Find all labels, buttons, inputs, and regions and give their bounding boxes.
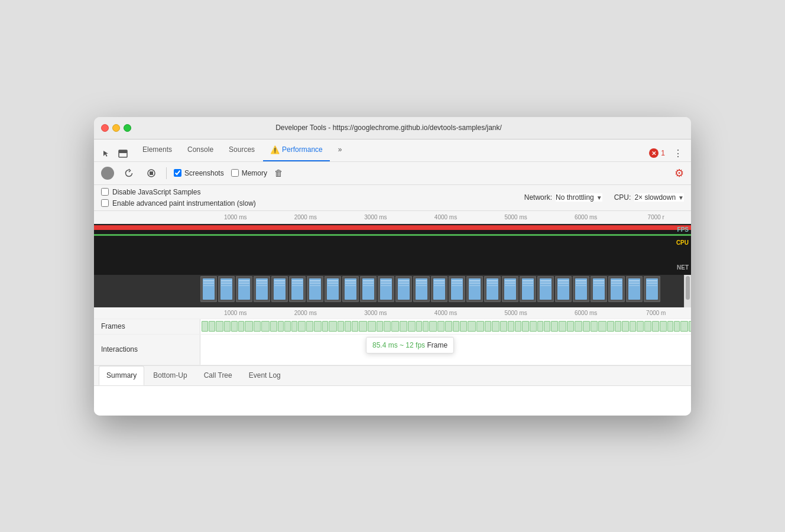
frame-block[interactable] bbox=[508, 321, 514, 332]
frame-block[interactable] bbox=[384, 321, 391, 332]
frame-block[interactable] bbox=[598, 321, 606, 332]
frame-block[interactable] bbox=[445, 321, 452, 332]
memory-checkbox-label[interactable]: Memory bbox=[231, 169, 267, 177]
frame-block[interactable] bbox=[278, 321, 284, 332]
frame-block[interactable] bbox=[423, 321, 429, 332]
frame-block[interactable] bbox=[209, 321, 215, 332]
frame-block[interactable] bbox=[329, 321, 337, 332]
frame-block[interactable] bbox=[231, 321, 238, 332]
frame-block[interactable] bbox=[400, 321, 407, 332]
cpu-select[interactable]: 2× slowdown ▼ bbox=[634, 193, 684, 202]
frame-block[interactable] bbox=[680, 321, 687, 332]
screenshot-thumb[interactable] bbox=[218, 276, 235, 302]
frame-block[interactable] bbox=[583, 321, 589, 332]
tab-more[interactable]: » bbox=[331, 140, 349, 161]
frame-block[interactable] bbox=[416, 321, 422, 332]
frame-block[interactable] bbox=[429, 321, 437, 332]
screenshot-thumb[interactable] bbox=[608, 276, 625, 302]
frame-block[interactable] bbox=[591, 321, 598, 332]
screenshot-thumb[interactable] bbox=[520, 276, 536, 302]
frame-block[interactable] bbox=[460, 321, 467, 332]
frame-block[interactable] bbox=[530, 321, 536, 332]
screenshots-checkbox[interactable] bbox=[174, 169, 181, 177]
screenshot-thumb[interactable] bbox=[342, 276, 359, 302]
frame-block[interactable] bbox=[306, 321, 313, 332]
screenshot-thumb[interactable] bbox=[466, 276, 483, 302]
pointer-icon[interactable] bbox=[99, 146, 114, 161]
frame-block[interactable] bbox=[637, 321, 644, 332]
frame-block[interactable] bbox=[238, 321, 244, 332]
frame-block[interactable] bbox=[492, 321, 499, 332]
frame-block[interactable] bbox=[437, 321, 445, 332]
frame-block[interactable] bbox=[622, 321, 629, 332]
screenshot-thumb[interactable] bbox=[537, 276, 554, 302]
screenshot-thumb[interactable] bbox=[325, 276, 341, 302]
frame-block[interactable] bbox=[352, 321, 358, 332]
frame-block[interactable] bbox=[515, 321, 521, 332]
screenshot-thumb[interactable] bbox=[502, 276, 518, 302]
screenshot-thumb[interactable] bbox=[200, 276, 217, 302]
frame-block[interactable] bbox=[544, 321, 550, 332]
frame-block[interactable] bbox=[314, 321, 322, 332]
frame-block[interactable] bbox=[559, 321, 566, 332]
frame-block[interactable] bbox=[567, 321, 573, 332]
frame-block[interactable] bbox=[298, 321, 305, 332]
frame-block[interactable] bbox=[522, 321, 529, 332]
tab-call-tree[interactable]: Call Tree bbox=[196, 366, 240, 385]
more-options-button[interactable]: ⋮ bbox=[670, 145, 686, 161]
frames-content[interactable] bbox=[200, 319, 691, 334]
frame-block[interactable] bbox=[216, 321, 223, 332]
frame-block[interactable] bbox=[674, 321, 680, 332]
timeline-scrollbar[interactable] bbox=[684, 275, 691, 307]
frame-block[interactable] bbox=[224, 321, 230, 332]
screenshots-checkbox-label[interactable]: Screenshots bbox=[174, 169, 224, 177]
frame-block[interactable] bbox=[468, 321, 476, 332]
frame-block[interactable] bbox=[485, 321, 491, 332]
frame-block[interactable] bbox=[322, 321, 329, 332]
advanced-paint-checkbox[interactable] bbox=[101, 199, 109, 207]
screenshot-thumb[interactable] bbox=[644, 276, 660, 302]
frame-block[interactable] bbox=[359, 321, 367, 332]
screenshot-thumb[interactable] bbox=[431, 276, 447, 302]
screenshot-thumb[interactable] bbox=[271, 276, 288, 302]
frame-block[interactable] bbox=[644, 321, 652, 332]
screenshot-thumb[interactable] bbox=[573, 276, 589, 302]
frame-block[interactable] bbox=[689, 321, 691, 332]
disable-js-samples-checkbox[interactable] bbox=[101, 188, 109, 196]
frame-block[interactable] bbox=[537, 321, 544, 332]
reload-record-button[interactable] bbox=[121, 166, 137, 181]
frame-block[interactable] bbox=[284, 321, 291, 332]
frame-block[interactable] bbox=[615, 321, 621, 332]
screenshot-thumb[interactable] bbox=[555, 276, 572, 302]
frame-block[interactable] bbox=[652, 321, 659, 332]
tab-event-log[interactable]: Event Log bbox=[241, 366, 288, 385]
screenshot-thumb[interactable] bbox=[626, 276, 643, 302]
screenshot-thumb[interactable] bbox=[484, 276, 501, 302]
frame-block[interactable] bbox=[338, 321, 344, 332]
tab-summary[interactable]: Summary bbox=[99, 366, 144, 385]
settings-button[interactable]: ⚙ bbox=[674, 167, 684, 180]
screenshot-thumb[interactable] bbox=[236, 276, 252, 302]
tab-console[interactable]: Console bbox=[180, 140, 220, 161]
frame-block[interactable] bbox=[408, 321, 416, 332]
screenshot-thumb[interactable] bbox=[395, 276, 412, 302]
screenshot-thumb[interactable] bbox=[289, 276, 306, 302]
tab-sources[interactable]: Sources bbox=[222, 140, 262, 161]
frame-block[interactable] bbox=[254, 321, 261, 332]
tab-bottom-up[interactable]: Bottom-Up bbox=[145, 366, 194, 385]
screenshot-thumb[interactable] bbox=[449, 276, 465, 302]
frame-block[interactable] bbox=[368, 321, 376, 332]
record-button[interactable] bbox=[101, 167, 114, 180]
frame-block[interactable] bbox=[261, 321, 269, 332]
frame-block[interactable] bbox=[667, 321, 673, 332]
frame-block[interactable] bbox=[270, 321, 277, 332]
screenshot-thumb[interactable] bbox=[591, 276, 607, 302]
tab-elements[interactable]: Elements bbox=[135, 140, 179, 161]
screenshot-thumb[interactable] bbox=[378, 276, 394, 302]
memory-checkbox[interactable] bbox=[231, 169, 239, 177]
frame-block[interactable] bbox=[476, 321, 484, 332]
stop-button[interactable] bbox=[144, 166, 159, 181]
frame-block[interactable] bbox=[391, 321, 398, 332]
frame-block[interactable] bbox=[453, 321, 459, 332]
frame-block[interactable] bbox=[630, 321, 636, 332]
